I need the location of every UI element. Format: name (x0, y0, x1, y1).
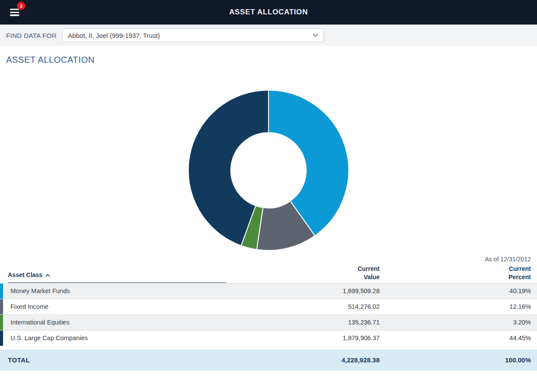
row-color-chip (0, 284, 3, 299)
total-row: TOTAL 4,228,928.38 100.00% (0, 350, 537, 370)
total-current-percent: 100.00% (380, 356, 537, 364)
find-data-label: FIND DATA FOR (6, 32, 57, 39)
sort-ascending-icon (45, 274, 50, 277)
chevron-down-icon (313, 34, 318, 37)
table-row[interactable]: Money Market Funds 1,699,509.28 40.19% (0, 283, 537, 299)
row-color-chip (0, 299, 3, 314)
account-select[interactable]: Abbot, II, Joel (999-1937, Trust) (62, 28, 324, 42)
row-color-chip (0, 315, 3, 330)
find-data-bar: FIND DATA FOR Abbot, II, Joel (999-1937,… (0, 24, 537, 46)
total-current-value: 4,228,928.38 (226, 356, 380, 364)
column-header-current-percent[interactable]: Current Percent (380, 265, 537, 283)
notification-badge: 3 (17, 2, 25, 10)
table-header-row: Asset Class Current Value Current Percen… (0, 265, 537, 283)
donut-chart (186, 88, 351, 253)
app-title: ASSET ALLOCATION (229, 8, 308, 17)
row-color-chip (0, 331, 3, 346)
total-label: TOTAL (0, 356, 226, 364)
table-row[interactable]: International Equities 135,236.71 3.20% (0, 314, 537, 330)
column-header-current-value[interactable]: Current Value (226, 265, 380, 283)
column-header-asset-class[interactable]: Asset Class (8, 271, 226, 283)
as-of-date: As of 12/31/2012 (0, 256, 531, 263)
top-bar: 3 ASSET ALLOCATION (0, 0, 537, 24)
menu-button[interactable]: 3 (7, 6, 22, 20)
account-select-value: Abbot, II, Joel (999-1937, Trust) (68, 32, 160, 39)
total-row-spacer (0, 346, 537, 350)
asset-allocation-donut-chart (186, 88, 351, 253)
hamburger-icon (10, 9, 19, 17)
table-row[interactable]: Fixed Income 514,276.02 12.16% (0, 299, 537, 314)
table-row[interactable]: U.S. Large Cap Companies 1,879,906.37 44… (0, 330, 537, 346)
asset-allocation-table: Asset Class Current Value Current Percen… (0, 265, 537, 370)
page-title: ASSET ALLOCATION (6, 55, 537, 65)
